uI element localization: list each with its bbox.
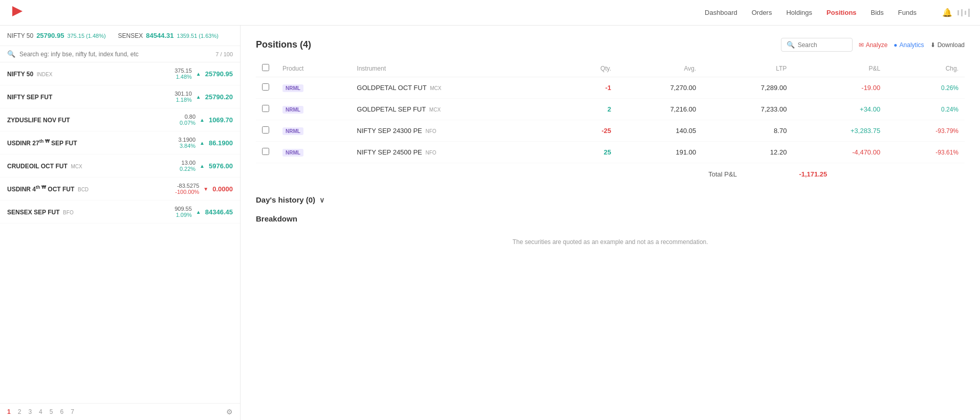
download-label: Download	[938, 41, 965, 49]
search-box-icon: 🔍	[787, 41, 795, 49]
col-ltp: LTP	[702, 60, 793, 77]
download-button[interactable]: ⬇ Download	[930, 41, 965, 49]
watchlist-item-sensexsepfut[interactable]: SENSEX SEP FUT BFO 909.55 1.09% ▲ 84346.…	[0, 201, 240, 224]
nrml-badge: NRML	[282, 149, 303, 157]
row1-ltp: 7,289.00	[702, 77, 793, 99]
watchlist-item-nifty50[interactable]: NIFTY 50 INDEX 375.15 1.48% ▲ 25790.95	[0, 62, 240, 85]
row4-avg: 191.00	[617, 142, 702, 163]
sidebar: NIFTY 50 25790.95 375.15 (1.48%) SENSEX …	[0, 26, 241, 420]
arrow-up-usdinr27: ▲	[200, 140, 205, 146]
bell-icon[interactable]: 🔔	[942, 8, 952, 17]
row1-product: NRML	[276, 77, 351, 99]
analytics-button[interactable]: ● Analytics	[894, 41, 924, 49]
row1-checkbox[interactable]	[262, 83, 269, 91]
row4-chg: -93.61%	[886, 142, 965, 163]
sidebar-search-input[interactable]	[19, 51, 211, 58]
days-history-section[interactable]: Day's history (0) ∨	[256, 195, 965, 204]
watchlist-item-usdinr27[interactable]: USDINR 27th ₩ SEP FUT 3.1900 3.84% ▲ 86.…	[0, 131, 240, 154]
row3-pnl: +3,283.75	[793, 120, 886, 142]
page-3[interactable]: 3	[28, 408, 32, 415]
total-pnl-value: -1,171.25	[793, 163, 886, 181]
select-all-checkbox[interactable]	[262, 64, 269, 71]
positions-table: Product Instrument Qty. Avg. LTP P&L Chg…	[256, 60, 965, 180]
positions-search-box[interactable]: 🔍	[781, 38, 853, 52]
nifty50-market: NIFTY 50 25790.95 375.15 (1.48%)	[7, 32, 106, 39]
watchlist-item-crudeoil[interactable]: CRUDEOIL OCT FUT MCX 13.00 0.22% ▲ 5976.…	[0, 154, 240, 178]
col-instrument: Instrument	[351, 60, 566, 77]
row3-chg: -93.79%	[886, 120, 965, 142]
page-1[interactable]: 1	[7, 408, 11, 415]
row3-instrument: NIFTY SEP 24300 PE NFO	[351, 120, 566, 142]
nav-positions[interactable]: Positions	[826, 9, 857, 16]
arrow-up-nifty50: ▲	[196, 71, 201, 77]
mini-bar-1	[957, 10, 959, 15]
positions-search-input[interactable]	[798, 41, 839, 49]
svg-marker-0	[12, 6, 23, 16]
watchlist-item-zyduslife[interactable]: ZYDUSLIFE NOV FUT 0.80 0.07% ▲ 1069.70	[0, 108, 240, 131]
table-row: NRML NIFTY SEP 24300 PE NFO -25 140.05 8…	[256, 120, 965, 142]
watch-name-usdinr4: USDINR 4th ₩ OCT FUT BCD	[7, 185, 89, 193]
nav-bids[interactable]: Bids	[871, 9, 884, 16]
ltp-crudeoil: 5976.00	[209, 162, 233, 170]
watchlist-item-usdinr4[interactable]: USDINR 4th ₩ OCT FUT BCD -83.5275 -100.0…	[0, 178, 240, 201]
row3-checkbox[interactable]	[262, 126, 269, 134]
row4-pnl: -4,470.00	[793, 142, 886, 163]
nifty50-name: NIFTY 50	[7, 32, 33, 39]
ltp-zyduslife: 1069.70	[209, 116, 233, 124]
row1-avg: 7,270.00	[617, 77, 702, 99]
logo-icon[interactable]	[10, 4, 25, 21]
ltp-nifty50: 25790.95	[205, 70, 233, 78]
row2-avg: 7,216.00	[617, 99, 702, 120]
row4-checkbox[interactable]	[262, 148, 269, 155]
market-bar: NIFTY 50 25790.95 375.15 (1.48%) SENSEX …	[0, 26, 240, 46]
sidebar-footer: 1 2 3 4 5 6 7 ⚙	[0, 403, 240, 420]
row4-ltp: 12.20	[702, 142, 793, 163]
col-checkbox	[256, 60, 276, 77]
sensex-market: SENSEX 84544.31 1359.51 (1.63%)	[118, 32, 219, 39]
analyze-button[interactable]: ✉ Analyze	[859, 41, 888, 49]
nifty50-value: 25790.95	[36, 32, 64, 39]
row2-checkbox[interactable]	[262, 105, 269, 112]
sidebar-search-bar: 🔍 7 / 100	[0, 46, 240, 62]
row2-ltp: 7,233.00	[702, 99, 793, 120]
nifty50-change: 375.15 (1.48%)	[67, 33, 105, 39]
page-2[interactable]: 2	[18, 408, 21, 415]
total-pnl-row: Total P&L -1,171.25	[256, 163, 965, 181]
page-4[interactable]: 4	[39, 408, 42, 415]
nav-dashboard[interactable]: Dashboard	[705, 9, 737, 16]
row4-qty: 25	[566, 142, 617, 163]
row2-pnl: +34.00	[793, 99, 886, 120]
nav-holdings[interactable]: Holdings	[786, 9, 812, 16]
sidebar-search-icon: 🔍	[7, 50, 15, 58]
col-pnl: P&L	[793, 60, 886, 77]
sensex-change: 1359.51 (1.63%)	[177, 33, 219, 39]
row2-qty: 2	[566, 99, 617, 120]
row4-checkbox-cell	[256, 142, 276, 163]
col-qty: Qty.	[566, 60, 617, 77]
watch-name-usdinr27: USDINR 27th ₩ SEP FUT	[7, 139, 77, 147]
settings-icon[interactable]: ⚙	[226, 408, 233, 416]
row1-pnl: -19.00	[793, 77, 886, 99]
row1-qty: -1	[566, 77, 617, 99]
page-5[interactable]: 5	[50, 408, 53, 415]
ltp-usdinr27: 86.1900	[209, 139, 233, 147]
watch-name-niftysepfut: NIFTY SEP FUT	[7, 93, 52, 101]
watchlist-item-niftysepfut[interactable]: NIFTY SEP FUT 301.10 1.18% ▲ 25790.20	[0, 85, 240, 108]
row4-instrument: NIFTY SEP 24500 PE NFO	[351, 142, 566, 163]
analyze-label: Analyze	[866, 41, 888, 49]
mini-bar-2	[961, 9, 963, 16]
nav-funds[interactable]: Funds	[898, 9, 917, 16]
nav-orders[interactable]: Orders	[752, 9, 772, 16]
ltp-sensexsepfut: 84346.45	[205, 208, 233, 216]
ltp-niftysepfut: 25790.20	[205, 93, 233, 101]
table-row: NRML GOLDPETAL OCT FUT MCX -1 7,270.00 7…	[256, 77, 965, 99]
nrml-badge: NRML	[282, 127, 303, 135]
row3-checkbox-cell	[256, 120, 276, 142]
mini-bar-3	[965, 11, 966, 15]
page-7[interactable]: 7	[71, 408, 74, 415]
page-6[interactable]: 6	[60, 408, 63, 415]
nrml-badge: NRML	[282, 106, 303, 114]
arrow-up-zyduslife: ▲	[200, 117, 205, 123]
watchlist: NIFTY 50 INDEX 375.15 1.48% ▲ 25790.95 N…	[0, 62, 240, 403]
arrow-up-crudeoil: ▲	[200, 163, 205, 169]
